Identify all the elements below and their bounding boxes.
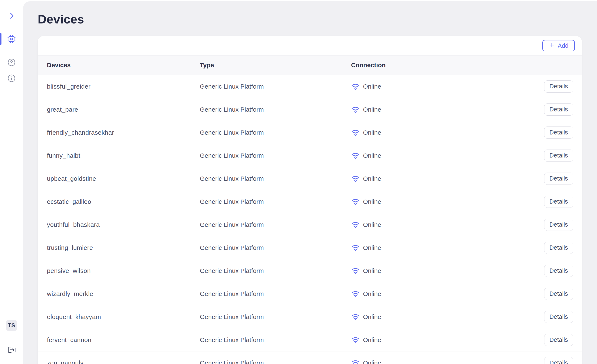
- details-button[interactable]: Details: [544, 103, 573, 116]
- device-type: Generic Linux Platform: [200, 313, 351, 320]
- device-name: fervent_cannon: [47, 336, 200, 343]
- avatar-initials: TS: [8, 322, 15, 329]
- sidebar-divider: [6, 51, 17, 51]
- connection-status: Online: [363, 336, 381, 343]
- sidebar-item-devices[interactable]: [7, 34, 16, 44]
- card-toolbar: Add: [38, 36, 582, 55]
- table-row: ecstatic_galileo Generic Linux Platform …: [38, 190, 582, 213]
- details-button[interactable]: Details: [544, 242, 573, 254]
- table-row: upbeat_goldstine Generic Linux Platform …: [38, 167, 582, 190]
- sidebar-item-help[interactable]: [7, 58, 16, 67]
- connection-status: Online: [363, 313, 381, 320]
- table-row: trusting_lumiere Generic Linux Platform …: [38, 236, 582, 259]
- column-header-type: Type: [200, 62, 351, 69]
- details-button[interactable]: Details: [544, 334, 573, 346]
- device-type: Generic Linux Platform: [200, 267, 351, 274]
- device-type: Generic Linux Platform: [200, 290, 351, 297]
- device-name: blissful_greider: [47, 83, 200, 90]
- help-icon: [7, 58, 16, 67]
- connection-status: Online: [363, 198, 381, 205]
- device-type: Generic Linux Platform: [200, 198, 351, 205]
- add-button-label: Add: [558, 42, 568, 49]
- device-name: eloquent_khayyam: [47, 313, 200, 320]
- table-row: funny_haibt Generic Linux Platform Onlin…: [38, 144, 582, 167]
- connection-status: Online: [363, 267, 381, 274]
- table-row: youthful_bhaskara Generic Linux Platform…: [38, 213, 582, 236]
- details-button[interactable]: Details: [544, 80, 573, 93]
- wifi-icon: [351, 83, 360, 90]
- sidebar-item-info[interactable]: [7, 74, 16, 83]
- wifi-icon: [351, 359, 360, 364]
- info-icon: [7, 74, 16, 83]
- wifi-icon: [351, 221, 360, 228]
- device-type: Generic Linux Platform: [200, 359, 351, 364]
- table-row: wizardly_merkle Generic Linux Platform O…: [38, 282, 582, 305]
- device-type: Generic Linux Platform: [200, 83, 351, 90]
- wifi-icon: [351, 313, 360, 321]
- add-button[interactable]: Add: [542, 40, 575, 51]
- logout-button[interactable]: [7, 345, 16, 354]
- table-body: blissful_greider Generic Linux Platform …: [38, 75, 582, 364]
- plus-icon: [549, 42, 555, 50]
- device-name: youthful_bhaskara: [47, 221, 200, 228]
- details-button[interactable]: Details: [544, 311, 573, 323]
- wifi-icon: [351, 244, 360, 252]
- wifi-icon: [351, 152, 360, 159]
- device-name: wizardly_merkle: [47, 290, 200, 297]
- connection-status: Online: [363, 175, 381, 182]
- connection-status: Online: [363, 359, 381, 364]
- column-header-connection: Connection: [351, 62, 573, 69]
- wifi-icon: [351, 267, 360, 275]
- device-type: Generic Linux Platform: [200, 221, 351, 228]
- table-row: zen_ganguly Generic Linux Platform Onlin…: [38, 351, 582, 364]
- table-row: blissful_greider Generic Linux Platform …: [38, 75, 582, 98]
- wifi-icon: [351, 175, 360, 182]
- device-type: Generic Linux Platform: [200, 336, 351, 343]
- device-name: great_pare: [47, 106, 200, 113]
- details-button[interactable]: Details: [544, 219, 573, 231]
- device-name: ecstatic_galileo: [47, 198, 200, 205]
- table-row: great_pare Generic Linux Platform Online…: [38, 98, 582, 121]
- wifi-icon: [351, 106, 360, 113]
- main-content: Devices Add Devices Type Connection blis…: [23, 1, 597, 364]
- details-button[interactable]: Details: [544, 196, 573, 208]
- details-button[interactable]: Details: [544, 288, 573, 300]
- device-name: pensive_wilson: [47, 267, 200, 274]
- expand-sidebar-button[interactable]: [7, 11, 16, 20]
- wifi-icon: [351, 198, 360, 205]
- details-button[interactable]: Details: [544, 126, 573, 139]
- sidebar: TS: [0, 0, 23, 364]
- table-row: pensive_wilson Generic Linux Platform On…: [38, 259, 582, 282]
- device-name: trusting_lumiere: [47, 244, 200, 251]
- avatar[interactable]: TS: [6, 320, 17, 331]
- table-row: eloquent_khayyam Generic Linux Platform …: [38, 305, 582, 328]
- device-type: Generic Linux Platform: [200, 152, 351, 159]
- device-type: Generic Linux Platform: [200, 175, 351, 182]
- table-header: Devices Type Connection: [38, 55, 582, 75]
- details-button[interactable]: Details: [544, 149, 573, 162]
- page-title: Devices: [38, 12, 597, 27]
- connection-status: Online: [363, 221, 381, 228]
- active-nav-indicator: [0, 33, 1, 45]
- device-name: friendly_chandrasekhar: [47, 129, 200, 136]
- device-name: funny_haibt: [47, 152, 200, 159]
- connection-status: Online: [363, 290, 381, 297]
- connection-status: Online: [363, 152, 381, 159]
- device-type: Generic Linux Platform: [200, 129, 351, 136]
- cpu-chip-icon: [7, 34, 16, 44]
- device-name: zen_ganguly: [47, 359, 200, 364]
- connection-status: Online: [363, 244, 381, 251]
- table-row: friendly_chandrasekhar Generic Linux Pla…: [38, 121, 582, 144]
- details-button[interactable]: Details: [544, 265, 573, 277]
- device-type: Generic Linux Platform: [200, 244, 351, 251]
- column-header-devices: Devices: [47, 62, 200, 69]
- connection-status: Online: [363, 83, 381, 90]
- chevron-right-icon: [7, 11, 16, 20]
- wifi-icon: [351, 336, 360, 344]
- connection-status: Online: [363, 129, 381, 136]
- details-button[interactable]: Details: [544, 357, 573, 364]
- logout-icon: [7, 345, 16, 355]
- details-button[interactable]: Details: [544, 173, 573, 185]
- wifi-icon: [351, 129, 360, 136]
- device-name: upbeat_goldstine: [47, 175, 200, 182]
